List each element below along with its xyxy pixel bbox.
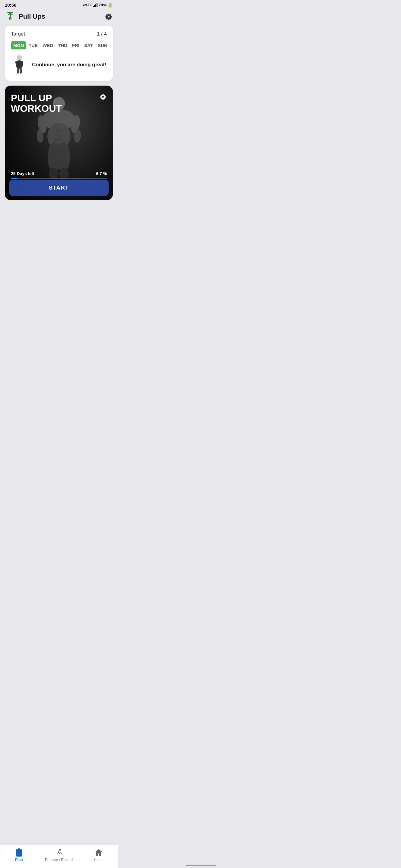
progress-section: 25 Days left 6.7 % bbox=[11, 171, 107, 179]
battery-pct: 79% bbox=[99, 3, 107, 7]
status-time: 10:56 bbox=[5, 2, 16, 7]
workout-card: PULL UP WORKOUT 25 Days left 6.7 % START bbox=[5, 86, 113, 200]
header-left: Pull Ups bbox=[5, 11, 45, 22]
target-card: Target: 1 / 4 MONTUEWEDTHUFRISATSUN Cont… bbox=[5, 26, 113, 81]
days-left: 25 Days left bbox=[11, 171, 34, 176]
workout-title: PULL UP WORKOUT bbox=[11, 93, 62, 114]
day-tue[interactable]: TUE bbox=[26, 41, 40, 50]
target-label: Target: bbox=[11, 31, 27, 37]
avatar bbox=[11, 54, 28, 75]
svg-point-22 bbox=[57, 142, 70, 173]
target-row: Target: 1 / 4 bbox=[11, 31, 107, 37]
app-header: Pull Ups bbox=[0, 9, 118, 26]
motivation-text: Continue, you are doing great! bbox=[32, 62, 107, 68]
svg-rect-12 bbox=[20, 68, 22, 73]
battery-icon: 🔋 bbox=[108, 3, 113, 7]
workout-settings-button[interactable] bbox=[99, 93, 107, 102]
status-bar: 10:56 VoLTE 79% 🔋 bbox=[0, 0, 118, 9]
days-row: MONTUEWEDTHUFRISATSUN bbox=[11, 41, 107, 50]
signal-bars bbox=[93, 3, 97, 7]
lte-icon: VoLTE bbox=[83, 3, 92, 7]
svg-point-7 bbox=[17, 55, 22, 61]
start-button[interactable]: START bbox=[9, 180, 109, 196]
app-title: Pull Ups bbox=[19, 13, 45, 21]
day-sat[interactable]: SAT bbox=[82, 41, 95, 50]
day-fri[interactable]: FRI bbox=[70, 41, 82, 50]
progress-bar bbox=[11, 178, 107, 179]
day-wed[interactable]: WED bbox=[40, 41, 56, 50]
svg-rect-11 bbox=[17, 68, 19, 73]
progress-pct: 6.7 % bbox=[96, 171, 107, 176]
day-thu[interactable]: THU bbox=[56, 41, 70, 50]
svg-rect-1 bbox=[7, 12, 13, 13]
status-icons: VoLTE 79% 🔋 bbox=[83, 3, 113, 7]
svg-rect-5 bbox=[9, 17, 10, 20]
svg-rect-6 bbox=[10, 17, 11, 20]
day-sun[interactable]: SUN bbox=[95, 41, 110, 50]
pullup-icon bbox=[5, 11, 16, 22]
settings-button[interactable] bbox=[105, 12, 113, 21]
target-value: 1 / 4 bbox=[97, 31, 107, 37]
svg-rect-2 bbox=[10, 14, 11, 17]
day-mon[interactable]: MON bbox=[11, 41, 26, 50]
progress-bar-fill bbox=[11, 178, 17, 179]
motivation-row: Continue, you are doing great! bbox=[11, 54, 107, 75]
progress-labels: 25 Days left 6.7 % bbox=[11, 171, 107, 176]
